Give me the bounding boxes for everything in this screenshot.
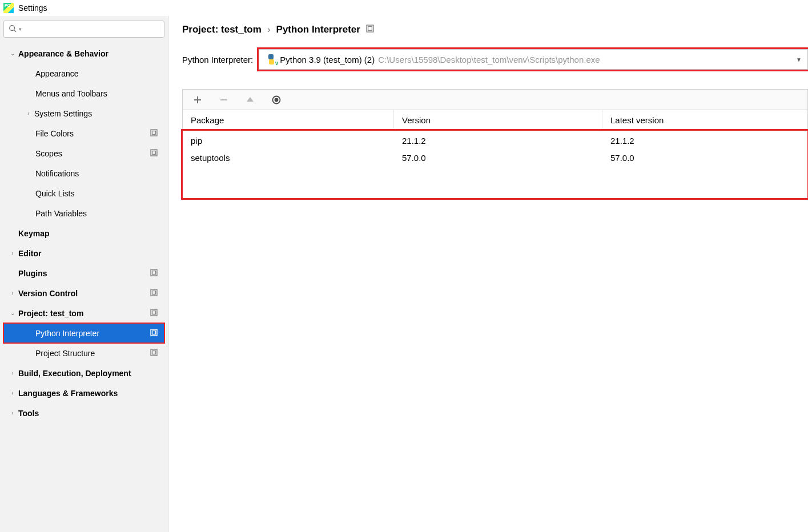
project-scope-icon (150, 269, 158, 278)
breadcrumb-page: Python Interpreter (276, 24, 360, 35)
upgrade-package-button[interactable] (244, 94, 256, 106)
sidebar-item-version-control[interactable]: ›Version Control (3, 283, 164, 303)
settings-tree: ⌄Appearance & BehaviorAppearanceMenus an… (3, 43, 164, 423)
sidebar-item-label: Version Control (18, 289, 161, 298)
package-table: Package Version Latest version pip21.1.2… (183, 110, 807, 198)
app-title: Settings (18, 3, 47, 13)
chevron-right-icon: › (25, 110, 32, 116)
sidebar-item-project-test-tom[interactable]: ⌄Project: test_tom (3, 303, 164, 323)
svg-rect-4 (151, 150, 157, 156)
package-table-header: Package Version Latest version (183, 110, 807, 131)
package-cell-latest: 21.1.2 (602, 132, 807, 149)
project-scope-icon (150, 349, 158, 358)
svg-rect-7 (152, 271, 156, 274)
sidebar-item-label: Python Interpreter (35, 329, 161, 338)
svg-rect-5 (152, 151, 156, 154)
svg-rect-11 (152, 311, 156, 314)
interpreter-label: Python Interpreter: (182, 55, 253, 65)
sidebar-item-label: Appearance & Behavior (18, 49, 161, 58)
svg-rect-2 (151, 130, 157, 136)
svg-rect-12 (151, 329, 157, 336)
sidebar-item-tools[interactable]: ›Tools (3, 403, 164, 423)
package-row[interactable]: setuptools57.0.057.0.0 (183, 149, 807, 166)
sidebar-item-quick-lists[interactable]: Quick Lists (3, 183, 164, 203)
sidebar-item-python-interpreter[interactable]: Python Interpreter (3, 323, 164, 343)
sidebar-item-notifications[interactable]: Notifications (3, 163, 164, 183)
chevron-right-icon: › (9, 290, 16, 296)
sidebar-item-system-settings[interactable]: ›System Settings (3, 103, 164, 123)
show-early-releases-button[interactable] (271, 94, 282, 106)
sidebar-item-label: Project: test_tom (18, 309, 161, 318)
sidebar-item-label: Build, Execution, Deployment (18, 369, 161, 378)
breadcrumb-project: Project: test_tom (182, 24, 262, 35)
sidebar-item-file-colors[interactable]: File Colors (3, 123, 164, 143)
sidebar-item-label: Project Structure (35, 349, 161, 358)
breadcrumb: Project: test_tom › Python Interpreter (182, 24, 808, 35)
sidebar-item-languages-frameworks[interactable]: ›Languages & Frameworks (3, 383, 164, 403)
svg-rect-15 (152, 350, 156, 354)
sidebar-item-label: Quick Lists (35, 189, 161, 198)
package-panel: Package Version Latest version pip21.1.2… (182, 89, 808, 198)
package-cell-name: pip (183, 132, 394, 149)
search-dropdown-icon[interactable]: ▾ (19, 26, 22, 32)
sidebar-item-label: Menus and Toolbars (35, 89, 161, 98)
svg-marker-21 (247, 97, 254, 102)
sidebar-item-label: Languages & Frameworks (18, 389, 161, 398)
col-latest[interactable]: Latest version (602, 110, 807, 130)
interpreter-row: Python Interpreter: v Python 3.9 (test_t… (182, 49, 808, 70)
interpreter-path: C:\Users\15598\Desktop\test_tom\venv\Scr… (378, 55, 600, 65)
search-icon (9, 25, 17, 34)
package-toolbar (183, 90, 807, 110)
sidebar-item-keymap[interactable]: Keymap (3, 223, 164, 243)
svg-rect-14 (151, 349, 157, 356)
project-scope-icon (150, 329, 158, 338)
package-row[interactable]: pip21.1.221.1.2 (183, 132, 807, 149)
chevron-down-icon: ⌄ (9, 50, 16, 57)
col-package[interactable]: Package (183, 110, 394, 130)
python-icon: v (266, 54, 276, 65)
chevron-down-icon: ⌄ (9, 310, 16, 316)
sidebar-item-menus-and-toolbars[interactable]: Menus and Toolbars (3, 83, 164, 103)
sidebar-item-label: Editor (18, 249, 161, 258)
svg-point-23 (275, 98, 278, 101)
sidebar-item-label: Appearance (35, 69, 161, 78)
chevron-right-icon: › (9, 410, 16, 416)
svg-rect-6 (151, 269, 157, 276)
package-table-body: pip21.1.221.1.2setuptools57.0.057.0.0 (183, 131, 807, 198)
interpreter-select[interactable]: v Python 3.9 (test_tom) (2) C:\Users\155… (259, 49, 808, 70)
svg-rect-16 (367, 25, 373, 32)
chevron-right-icon: › (9, 250, 16, 256)
package-cell-version: 57.0.0 (394, 149, 602, 166)
col-version[interactable]: Version (394, 110, 602, 130)
sidebar-item-label: File Colors (35, 129, 161, 138)
sidebar-item-plugins[interactable]: Plugins (3, 263, 164, 283)
sidebar-item-project-structure[interactable]: Project Structure (3, 343, 164, 363)
titlebar: Settings (0, 0, 808, 16)
settings-sidebar: ▾ ⌄Appearance & BehaviorAppearanceMenus … (0, 16, 168, 532)
interpreter-name: Python 3.9 (test_tom) (2) (280, 55, 375, 65)
content-panel: Project: test_tom › Python Interpreter P… (168, 16, 808, 532)
package-cell-name: setuptools (183, 149, 394, 166)
breadcrumb-separator: › (267, 24, 271, 35)
chevron-down-icon: ▼ (796, 57, 802, 63)
project-scope-icon (150, 289, 158, 298)
chevron-right-icon: › (9, 370, 16, 376)
package-cell-latest: 57.0.0 (602, 149, 807, 166)
search-input[interactable]: ▾ (3, 21, 164, 38)
remove-package-button[interactable] (218, 94, 230, 106)
svg-rect-10 (151, 309, 157, 316)
add-package-button[interactable] (192, 94, 203, 106)
sidebar-item-build-execution-deployment[interactable]: ›Build, Execution, Deployment (3, 363, 164, 383)
sidebar-item-appearance[interactable]: Appearance (3, 63, 164, 83)
sidebar-item-label: Tools (18, 409, 161, 418)
project-scope-icon (150, 149, 158, 158)
sidebar-item-path-variables[interactable]: Path Variables (3, 203, 164, 223)
project-scope-icon (150, 309, 158, 318)
sidebar-item-scopes[interactable]: Scopes (3, 143, 164, 163)
sidebar-item-editor[interactable]: ›Editor (3, 243, 164, 263)
sidebar-item-label: Scopes (35, 149, 161, 158)
sidebar-item-appearance-behavior[interactable]: ⌄Appearance & Behavior (3, 43, 164, 63)
sidebar-item-label: Notifications (35, 169, 161, 178)
svg-rect-17 (368, 27, 372, 31)
svg-rect-3 (152, 131, 156, 134)
